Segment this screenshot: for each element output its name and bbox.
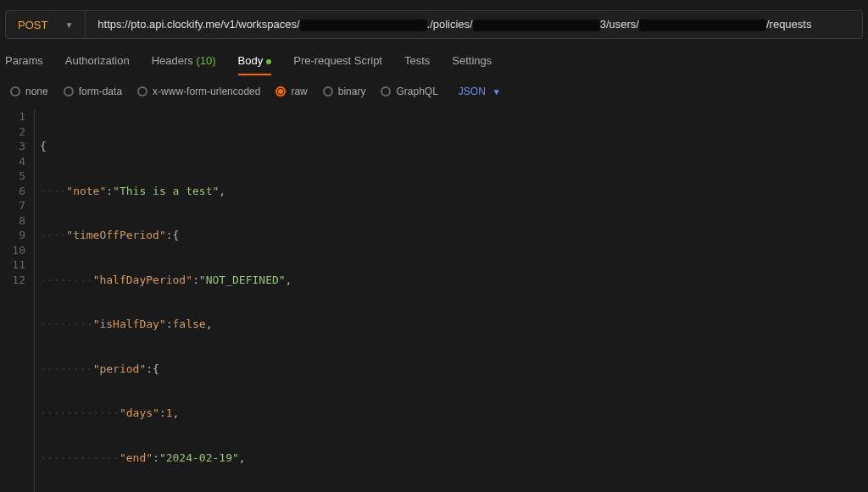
redacted-segment [473, 19, 600, 31]
body-type-selector: none form-data x-www-form-urlencoded raw… [0, 75, 868, 109]
request-bar: POST ▼ https://pto.api.clockify.me/v1/wo… [5, 10, 863, 39]
tab-prerequest[interactable]: Pre-request Script [293, 54, 382, 75]
chevron-down-icon: ▼ [492, 87, 501, 97]
tab-settings[interactable]: Settings [452, 54, 492, 75]
radio-binary[interactable]: binary [323, 86, 366, 97]
tab-authorization[interactable]: Authorization [65, 54, 130, 75]
code-area[interactable]: { ····"note":"This is a test", ····"time… [34, 109, 868, 492]
chevron-down-icon: ▼ [64, 20, 73, 30]
line-gutter: 123 456 789 101112 [0, 109, 34, 492]
method-dropdown[interactable]: POST ▼ [6, 11, 86, 38]
redacted-segment [639, 19, 766, 31]
radio-form-data[interactable]: form-data [64, 86, 122, 97]
modified-dot-icon [266, 59, 271, 64]
body-format-dropdown[interactable]: JSON ▼ [459, 86, 501, 97]
redacted-segment [300, 19, 427, 31]
radio-graphql[interactable]: GraphQL [381, 86, 437, 97]
tab-headers[interactable]: Headers (10) [152, 54, 216, 75]
radio-raw[interactable]: raw [275, 86, 307, 97]
radio-x-www-form-urlencoded[interactable]: x-www-form-urlencoded [137, 86, 260, 97]
method-label: POST [18, 19, 47, 31]
radio-none[interactable]: none [10, 86, 48, 97]
request-body-editor[interactable]: 123 456 789 101112 { ····"note":"This is… [0, 109, 868, 492]
tab-tests[interactable]: Tests [404, 54, 430, 75]
tab-params[interactable]: Params [5, 54, 43, 75]
tab-body[interactable]: Body [238, 54, 272, 75]
request-tabs: Params Authorization Headers (10) Body P… [0, 54, 868, 75]
url-input[interactable]: https://pto.api.clockify.me/v1/workspace… [86, 18, 862, 31]
